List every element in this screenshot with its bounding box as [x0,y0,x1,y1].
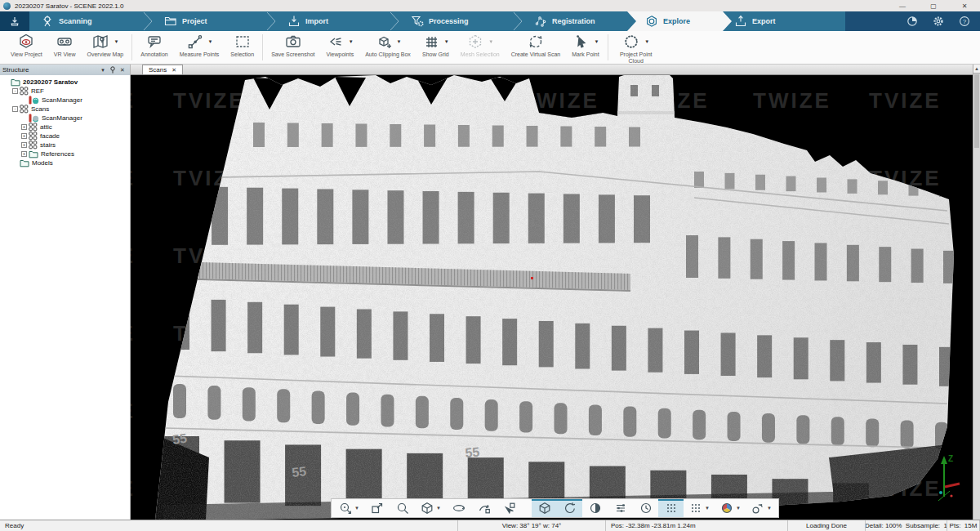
tree-item-attic[interactable]: +attic [0,123,130,132]
history-button[interactable] [633,499,658,517]
toolbar-separator [131,34,132,60]
rotate-view-button[interactable] [557,499,582,517]
tree-expander[interactable]: + [21,151,27,157]
panel-close-icon[interactable]: ✕ [118,67,127,74]
toolbar-viewpoints-button[interactable]: ▼Viewpoints [320,31,359,64]
pan-button[interactable] [471,499,497,517]
tab-separator-icon [513,12,523,30]
point-size-icon [751,501,765,515]
ribbon-tab-import[interactable]: Import [276,11,390,31]
view-navigation-toolbar: ▼▼▼▼▼ [331,498,779,518]
maximize-button[interactable]: ▢ [918,0,949,11]
tree-item-facade[interactable]: +facade [0,132,130,141]
tree-expander[interactable]: + [21,124,27,130]
toolbar-measure-points-button[interactable]: ▼Measure Points [174,31,225,64]
cluster-icon [29,141,38,149]
point-density-button[interactable] [658,499,684,517]
scrollbar-thumb[interactable] [974,74,979,148]
help-icon[interactable]: ? [958,16,970,28]
point-grid-menu-button[interactable]: ▼ [684,499,715,517]
toolbar-separator [262,34,263,60]
dropdown-arrow-icon[interactable]: ▼ [644,39,649,44]
z-axis-label: Z [948,454,953,463]
view-orientation-icon [420,501,434,515]
move-view-button[interactable] [364,499,390,517]
orbit-icon [452,501,466,515]
tree-expander[interactable]: + [21,133,27,139]
app-icon [3,2,11,10]
color-mode-button[interactable]: ▼ [715,499,746,517]
create-virtual-scan-icon [527,33,545,51]
tree-item-stairs[interactable]: +stairs [0,141,130,149]
dropdown-arrow-icon[interactable]: ▼ [595,39,599,44]
contrast-button[interactable] [582,499,608,517]
scanning-tab-icon [41,15,54,28]
sync-status-icon[interactable] [906,16,918,28]
tree-item-scanmanager[interactable]: ScanManager [0,114,130,123]
toolbar-selection-button[interactable]: Selection [225,31,260,64]
toolbar-show-grid-button[interactable]: ▼Show Grid [416,31,455,64]
settings-gear-icon[interactable] [932,16,944,28]
tab-scans[interactable]: Scans ✕ [142,65,183,74]
ribbon-tab-scanning[interactable]: Scanning [29,11,143,31]
toolbar-auto-clipping-box-button[interactable]: ▼Auto Clipping Box [359,31,416,64]
tree-item-20230207-saratov[interactable]: 20230207 Saratov [0,78,130,87]
tree-item-scanmanager[interactable]: ScanManager [0,96,130,105]
window-title: 20230207 Saratov - SCENE 2022.1.0 [15,2,123,10]
toolbar-annotation-button[interactable]: Annotation [135,31,173,64]
storefront-sign: 55 [465,444,480,459]
status-ready: Ready [0,520,457,531]
dropdown-arrow-icon[interactable]: ▼ [208,39,213,44]
ribbon-tab-export[interactable]: Export [723,11,845,31]
tree-item-scans[interactable]: -Scans [0,105,130,114]
tree-item-ref[interactable]: -REF [0,87,130,96]
toolbar-create-virtual-scan-button[interactable]: Create Virtual Scan [506,31,567,64]
dropdown-arrow-icon[interactable]: ▼ [349,39,354,44]
view-orientation-button[interactable]: ▼ [415,499,446,517]
dropdown-arrow-icon[interactable]: ▼ [444,39,449,44]
structure-panel-title: Structure [2,66,98,74]
examine-mode-icon [338,501,353,515]
ribbon-tab-processing[interactable]: Processing [399,11,513,31]
close-button[interactable]: ✕ [949,0,980,11]
toolbar-vr-view-button[interactable]: VR View [48,31,82,64]
tree-expander[interactable]: - [12,106,18,112]
point-size-button[interactable]: ▼ [746,499,777,517]
scroll-up-icon[interactable]: ▲ [973,65,980,74]
zoom-button[interactable] [390,499,415,517]
panel-menu-icon[interactable]: ▾ [98,67,108,74]
dropdown-arrow-icon[interactable]: ▼ [114,39,118,44]
tree-expander[interactable]: + [21,142,27,148]
svg-text:?: ? [962,18,966,25]
status-position: Pos: -32.38m -23.81m 1.24m [606,520,788,531]
ribbon-tab-explore[interactable]: Explore [627,11,732,31]
dropdown-arrow-icon[interactable]: ▼ [488,39,493,44]
minimize-button[interactable]: — [887,0,918,11]
tab-close-icon[interactable]: ✕ [172,67,176,74]
toolbar-save-screenshot-button[interactable]: Save Screenshot [265,31,320,64]
tree-expander[interactable]: - [12,88,18,94]
ribbon-tab-project[interactable]: Project [153,11,266,31]
overview-map-icon [91,33,109,51]
examine-mode-button[interactable]: ▼ [333,499,364,517]
viewport-scrollbar[interactable]: ▲ [973,65,980,520]
tree-item-models[interactable]: Models [0,158,130,167]
pin-icon[interactable] [108,66,118,74]
dropdown-arrow-icon[interactable]: ▼ [397,39,402,44]
tree-item-references[interactable]: +References [0,149,130,158]
ribbon-tab-registration[interactable]: Registration [523,11,636,31]
toolbar-mark-point-button[interactable]: ▼Mark Point [566,31,604,64]
toolbar-overview-map-button[interactable]: ▼Overview Map [82,31,130,64]
watermark-text: TVIZE [173,88,246,113]
orbit-button[interactable] [446,499,471,517]
scan-3d-view[interactable]: TWIZETVIZETWIZETVIZETWIZETVIZETWIZETVIZE… [131,75,973,520]
project-home-button[interactable] [0,11,29,31]
toolbar-view-project-button[interactable]: View Project [5,31,48,64]
walk-mode-button[interactable] [497,499,522,517]
3d-view-button[interactable] [532,499,557,517]
display-settings-button[interactable] [608,499,633,517]
scanmanager-icon [29,96,39,105]
toolbar-project-point-cloud-button[interactable]: ▼Project Point Cloud [611,31,662,64]
structure-tree: 20230207 Saratov-REFScanManager-ScansSca… [0,75,130,167]
contrast-icon [588,501,603,515]
